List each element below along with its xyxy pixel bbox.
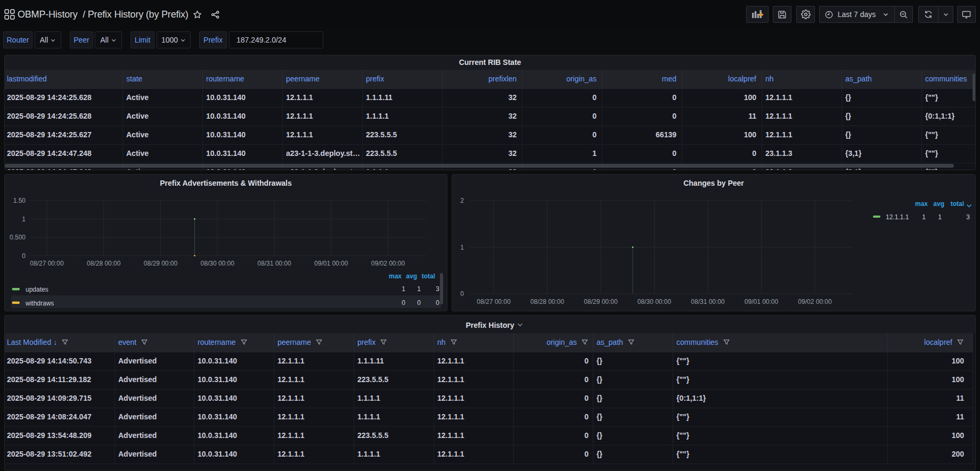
svg-text:max: max [915, 200, 928, 208]
svg-text:08/27 00:00: 08/27 00:00 [477, 298, 511, 305]
svg-text:09/01 00:00: 09/01 00:00 [745, 298, 779, 305]
svg-text:0: 0 [402, 299, 405, 307]
svg-text:08/28 00:00: 08/28 00:00 [530, 298, 565, 305]
svg-text:1: 1 [922, 213, 926, 221]
svg-text:avg: avg [406, 272, 417, 280]
svg-text:0: 0 [436, 299, 439, 307]
svg-text:withdraws: withdraws [25, 300, 54, 307]
svg-text:1: 1 [460, 244, 464, 251]
svg-text:08/28 00:00: 08/28 00:00 [87, 260, 121, 267]
svg-text:08/31 00:00: 08/31 00:00 [257, 260, 291, 267]
svg-text:max: max [389, 272, 402, 280]
svg-text:0.500: 0.500 [10, 234, 26, 241]
svg-text:12.1.1.1: 12.1.1.1 [886, 213, 909, 221]
svg-text:1.50: 1.50 [13, 197, 26, 204]
svg-text:08/30 00:00: 08/30 00:00 [201, 260, 235, 267]
svg-text:3: 3 [436, 285, 439, 293]
svg-text:0: 0 [417, 299, 421, 307]
svg-text:2: 2 [460, 197, 464, 204]
svg-text:avg: avg [933, 200, 944, 208]
svg-text:08/29 00:00: 08/29 00:00 [144, 260, 178, 267]
svg-text:3: 3 [966, 213, 970, 221]
svg-text:updates: updates [26, 286, 48, 293]
svg-text:09/02 00:00: 09/02 00:00 [798, 298, 832, 305]
svg-text:09/01 00:00: 09/01 00:00 [314, 260, 348, 267]
svg-text:0: 0 [460, 290, 464, 298]
svg-text:1: 1 [938, 213, 942, 221]
svg-text:total: total [422, 272, 435, 280]
svg-text:08/29 00:00: 08/29 00:00 [584, 298, 618, 305]
svg-text:total: total [951, 200, 964, 208]
svg-text:08/27 00:00: 08/27 00:00 [30, 260, 64, 267]
svg-text:08/30 00:00: 08/30 00:00 [638, 298, 672, 305]
svg-text:1: 1 [402, 285, 405, 293]
svg-text:09/02 00:00: 09/02 00:00 [371, 260, 405, 267]
svg-text:0: 0 [22, 252, 26, 260]
svg-text:1: 1 [22, 216, 26, 223]
svg-text:08/31 00:00: 08/31 00:00 [691, 298, 725, 305]
svg-text:1: 1 [417, 285, 421, 293]
